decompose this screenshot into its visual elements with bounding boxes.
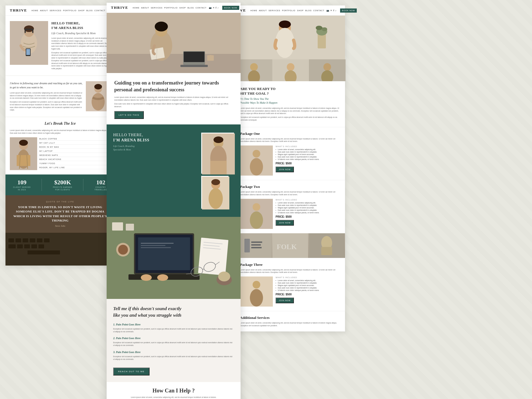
svg-point-111 [250,211,263,229]
package-one-join-button[interactable]: JOIN NOW [276,167,294,172]
package-three-price: PRICE: $500 [276,293,341,296]
nav-about-right[interactable]: ABOUT [259,10,267,11]
nav-contact-left[interactable]: CONTACT [94,10,105,11]
stat-profits-number: $200K [53,179,72,186]
logo-center: THRIVE [111,5,128,10]
nav-home-right[interactable]: HOME [250,10,257,11]
ice-item-8: ROGER, MY LIFE LINE [39,166,110,169]
package-two-join-button[interactable]: JOIN NOW [276,220,294,226]
laptop-section [107,217,241,299]
reach-out-button[interactable]: REACH OUT TO ME [113,368,150,375]
logo-left: THRIVE [10,8,27,13]
ice-section: Let's Break The Ice Lorem ipsum dolor si… [5,117,115,174]
ice-grid: BLACK COFFEE MY CAT LILLY BOOK IN MY BAG… [10,137,110,170]
nav-shop-left[interactable]: SHOP [78,10,85,11]
panels-container: THRIVE HOME ABOUT SERVICES PORTFOLIO SHO… [0,0,532,399]
facebook-icon-center[interactable]: f [216,7,217,9]
tiktok-icon-center[interactable]: ♪ [217,7,218,9]
guiding-lorem2: Duis aute nunc dolor in reprehenderit in… [114,103,233,108]
hero-text-left: HELLO THERE, I'M ARENA BLISS Life Coach,… [51,21,110,70]
svg-rect-8 [26,49,30,55]
svg-rect-30 [31,244,37,249]
svg-rect-31 [38,244,44,249]
folk-img-1 [236,233,272,258]
nav-services-right[interactable]: SERVICES [268,10,280,11]
nav-about-left[interactable]: ABOUT [40,10,48,11]
lets-do-button[interactable]: LET'S DO THIS [114,111,144,119]
svg-point-93 [322,27,327,31]
package-two-grid: WHAT'S INCLUDED Lorem dolor sit amet, co… [240,199,341,229]
package-two-bullet-1: Lorem dolor sit amet, consectetur adipis… [276,202,341,204]
svg-point-68 [118,245,128,255]
nav-home-center[interactable]: HOME [133,7,139,9]
svg-rect-29 [24,244,30,249]
svg-point-77 [218,272,230,281]
package-three-bullet-4: Duis aute nunc dolor in reprehenderit in… [276,287,341,289]
svg-rect-21 [8,238,14,243]
pain-item-1: 1. Pain Point Goes Here Excepteur sint o… [113,323,234,333]
package-three-join-button[interactable]: JOIN NOW [276,298,294,303]
package-one-details: WHAT'S INCLUDED Lorem dolor sit amet, co… [276,145,341,176]
svg-rect-24 [30,238,36,243]
package-one-lorem: Lorem ipsum dolor sit amet, consectetur … [240,138,341,143]
nav-contact-center[interactable]: CONTACT [195,7,206,9]
book-btn-center[interactable]: BOOK NOW [222,6,239,10]
nav-home-left[interactable]: HOME [31,10,38,11]
nav-shop-right[interactable]: SHOP [297,10,304,11]
nav-blog-right[interactable]: BLOG [305,10,312,11]
svg-rect-114 [251,241,262,243]
nav-shop-center[interactable]: SHOP [179,7,186,9]
ice-item-7: YUMMY FOOD [39,162,110,165]
svg-rect-42 [180,65,208,67]
instagram-icon-center[interactable]: 📷 [209,7,212,9]
additional-heading: Additional Services [240,316,341,320]
svg-point-12 [92,93,105,110]
quote-label: QUOTE OF THE LIFE [10,201,110,203]
folk-images: FOLK [236,233,345,258]
nav-portfolio-left[interactable]: PORTFOLIO [63,10,77,11]
svg-point-123 [253,281,260,289]
quote-text: YOUR TIME IS LIMITED, SO DON'T WASTE IT … [10,205,110,223]
svg-rect-26 [44,238,50,243]
nav-portfolio-center[interactable]: PORTFOLIO [164,7,178,9]
nav-services-center[interactable]: SERVICES [151,7,162,9]
pain-lorem-2: Excepteur sint occaecat cupidatat non pr… [113,341,234,347]
pain-heading: Tell me if this doesn't sound exactly li… [113,305,234,319]
goal-section: ARE YOU READY TOHIT THE GOAL ? It's Time… [236,81,345,127]
book-btn-right[interactable]: BOOK NOW [340,8,357,13]
help-section: How Can I Help ? Lorem ipsum dolor sit a… [107,382,241,399]
additional-services: Additional Services Lorem ipsum dolor si… [236,311,345,331]
nav-links-center: HOME ABOUT SERVICES PORTFOLIO SHOP BLOG … [133,7,206,9]
package-two-bullet-4: Duis aute nunc dolor in reprehenderit in… [276,209,341,211]
portrait-1 [201,133,234,174]
package-one-title: Package One [240,132,341,136]
nav-portfolio-right[interactable]: PORTFOLIO [282,10,295,11]
nav-about-center[interactable]: ABOUT [141,7,149,9]
twitter-icon-right[interactable]: ✕ [330,9,332,12]
twitter-icon-center[interactable]: ✕ [213,7,215,9]
beliefs-quote: I believe in following your dreams and r… [10,81,83,89]
package-two: Package Two Lorem ipsum dolor sit amet, … [236,180,345,233]
nav-links-right: HOME ABOUT SERVICES PORTFOLIO SHOP BLOG … [250,10,324,11]
stat-profits: $200K PROFITS EARNEDFOR CLIENTS [53,179,72,191]
tiktok-icon-right[interactable]: ♪ [335,9,336,12]
nav-blog-left[interactable]: BLOG [86,10,93,11]
svg-point-47 [214,136,223,143]
nav-links-left: HOME ABOUT SERVICES PORTFOLIO SHOP BLOG … [31,10,105,11]
nav-blog-center[interactable]: BLOG [188,7,194,9]
portrait-2 [201,176,229,209]
hero-left: HELLO THERE, I'M ARENA BLISS Life Coach,… [5,16,115,75]
package-one-whats-included: WHAT'S INCLUDED [276,145,341,147]
nav-services-left[interactable]: SERVICES [49,10,61,11]
stat-country-label: COUNTRYTRAVELLED [94,186,107,191]
svg-point-101 [287,63,294,71]
facebook-icon-right[interactable]: f [333,9,334,12]
instagram-icon-right[interactable]: 📷 [326,9,329,12]
help-lorem: Lorem ipsum dolor sit amet, consectetur … [113,396,234,399]
svg-point-107 [253,150,260,158]
svg-rect-22 [15,238,21,243]
social-icons-right: 📷 ✕ f ♪ [326,9,336,12]
guiding-heading: Guiding you on a transformative journey … [114,80,233,93]
stat-clients: 109 CLIENT SERVEDIN 2023 [13,179,31,191]
nav-contact-right[interactable]: CONTACT [313,10,324,11]
